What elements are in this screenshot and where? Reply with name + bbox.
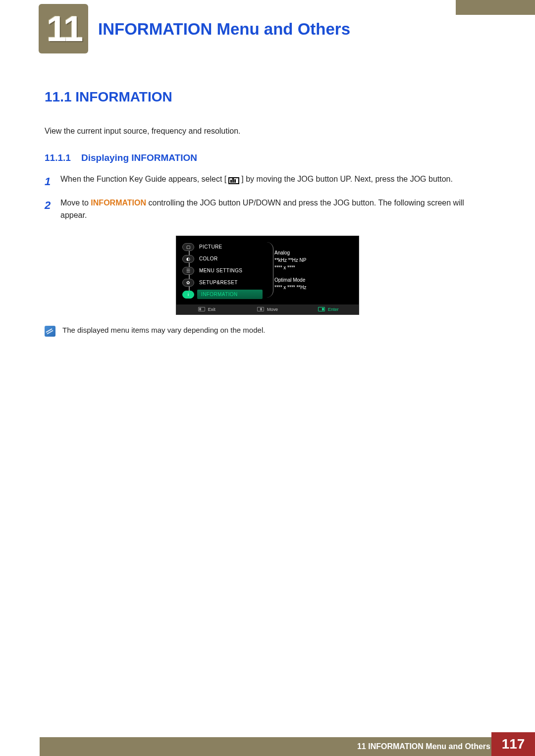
- osd-info-line: **kHz **Hz NP: [274, 256, 354, 264]
- note-text: The displayed menu items may vary depend…: [62, 326, 265, 334]
- osd-info-line: **** x **** **Hz: [274, 284, 354, 291]
- chapter-number-badge: 11: [39, 4, 88, 53]
- page-number: 117: [502, 736, 525, 752]
- keyword-information: INFORMATION: [91, 199, 146, 207]
- osd-item-label: COLOR: [199, 256, 218, 261]
- osd-info-line: **** x ****: [274, 264, 354, 271]
- color-icon: ◐: [182, 255, 194, 263]
- osd-item-color: ◐ COLOR: [176, 253, 266, 265]
- osd-item-label: MENU SETTINGS: [199, 268, 242, 273]
- osd-info-panel: Analog **kHz **Hz NP **** x **** Optimal…: [266, 236, 359, 304]
- note-icon: [45, 326, 55, 337]
- step-2: 2 Move to INFORMATION controlling the JO…: [45, 197, 490, 222]
- osd-hint-label: Exit: [208, 307, 215, 312]
- gear-icon: ✿: [182, 279, 194, 287]
- osd-curve-line: [263, 242, 273, 298]
- info-icon: i: [182, 291, 194, 299]
- step-1: 1 When the Function Key Guide appears, s…: [45, 173, 490, 190]
- osd-item-picture: ▢ PICTURE: [176, 241, 266, 253]
- osd-hint-enter: Enter: [298, 304, 359, 314]
- subsection-number: 11.1.1: [45, 152, 71, 163]
- osd-item-label: INFORMATION: [197, 290, 263, 299]
- step-body: When the Function Key Guide appears, sel…: [60, 173, 490, 190]
- button-mid-icon: [257, 307, 264, 311]
- header-accent-bar: [456, 0, 535, 15]
- step-text-after: by moving the JOG button UP. Next, press…: [246, 175, 453, 183]
- osd-item-label: PICTURE: [199, 244, 222, 250]
- section-intro: View the current input source, frequency…: [45, 127, 490, 136]
- subsection-title: 11.1.1 Displaying INFORMATION: [45, 152, 490, 163]
- osd-info-block-1: Analog **kHz **Hz NP **** x ****: [274, 249, 354, 271]
- page-content: 11.1 INFORMATION View the current input …: [45, 89, 490, 337]
- osd-item-label: SETUP&RESET: [199, 280, 238, 285]
- menu-icon-bracket: [ ]: [224, 173, 244, 186]
- osd-info-line: Analog: [274, 249, 354, 256]
- osd-bottom-bar: Exit Move Enter: [176, 304, 359, 314]
- osd-item-setup-reset: ✿ SETUP&RESET: [176, 277, 266, 289]
- osd-info-block-2: Optimal Mode **** x **** **Hz: [274, 276, 354, 291]
- page-number-box: 117: [491, 732, 535, 756]
- osd-screenshot: ▢ PICTURE ◐ COLOR ☰ MENU SETTINGS ✿ SETU…: [45, 236, 490, 315]
- osd-hint-exit: Exit: [176, 304, 237, 314]
- menu-settings-icon: ☰: [182, 267, 194, 275]
- footer-chapter-ref: 11 INFORMATION Menu and Others: [357, 742, 490, 751]
- chapter-number: 11: [47, 8, 80, 49]
- osd-info-line: Optimal Mode: [274, 276, 354, 284]
- osd-hint-label: Move: [267, 307, 278, 312]
- note-row: The displayed menu items may vary depend…: [45, 326, 490, 337]
- osd-hint-label: Enter: [328, 307, 339, 312]
- osd-menu-list: ▢ PICTURE ◐ COLOR ☰ MENU SETTINGS ✿ SETU…: [176, 236, 266, 304]
- chapter-title: INFORMATION Menu and Others: [98, 20, 350, 39]
- footer-bar: 11 INFORMATION Menu and Others: [40, 737, 535, 756]
- osd-item-menu-settings: ☰ MENU SETTINGS: [176, 265, 266, 277]
- step-number: 1: [45, 173, 60, 190]
- step-text-before: Move to: [60, 199, 91, 207]
- button-left-icon: [198, 307, 205, 311]
- osd-item-information: i INFORMATION: [176, 289, 266, 301]
- picture-icon: ▢: [182, 243, 194, 251]
- osd-panel: ▢ PICTURE ◐ COLOR ☰ MENU SETTINGS ✿ SETU…: [176, 236, 359, 315]
- step-number: 2: [45, 197, 60, 222]
- section-title: 11.1 INFORMATION: [45, 89, 490, 105]
- step-list: 1 When the Function Key Guide appears, s…: [45, 173, 490, 222]
- step-text-before: When the Function Key Guide appears, sel…: [60, 175, 224, 183]
- subsection-name: Displaying INFORMATION: [81, 152, 197, 163]
- osd-hint-move: Move: [237, 304, 298, 314]
- step-body: Move to INFORMATION controlling the JOG …: [60, 197, 490, 222]
- menu-icon: [228, 177, 239, 184]
- button-right-icon: [318, 307, 325, 311]
